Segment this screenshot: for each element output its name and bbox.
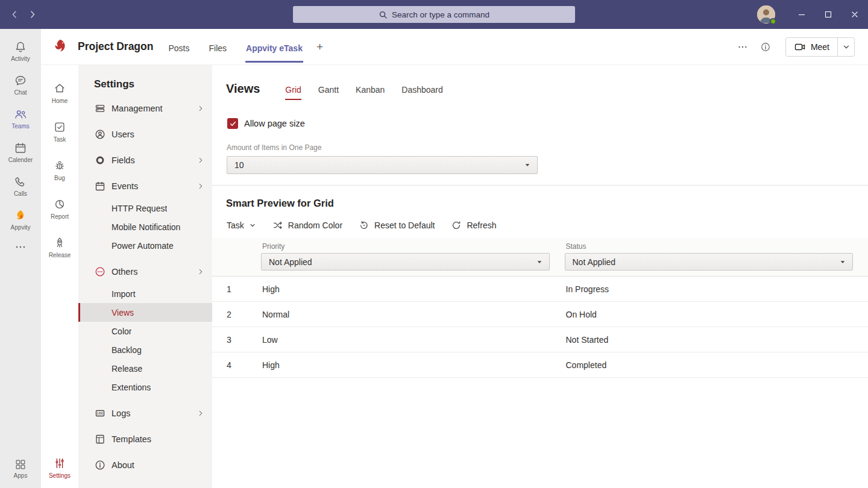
chevron-right-icon	[197, 267, 205, 276]
module-label: Settings	[49, 472, 71, 479]
info-icon[interactable]	[760, 42, 771, 52]
rail-item-more[interactable]	[0, 236, 41, 258]
table-row[interactable]: 2 Normal On Hold	[212, 302, 868, 327]
rail-item-chat[interactable]: Chat	[0, 67, 41, 101]
phone-icon	[13, 175, 28, 189]
nav-label: Events	[112, 181, 138, 191]
settings-nav-extentions[interactable]: Extentions	[78, 378, 212, 396]
status-filter-dropdown[interactable]: Not Applied	[565, 253, 854, 271]
page-size-dropdown[interactable]: 10	[227, 156, 538, 174]
random-color-button[interactable]: Random Color	[272, 220, 342, 231]
priority-column: Priority Not Applied	[261, 241, 550, 271]
reset-to-default-button[interactable]: Reset to Default	[359, 220, 435, 231]
home-icon	[53, 82, 66, 95]
tab-appvity-etask[interactable]: Appvity eTask	[245, 31, 303, 63]
teams-icon	[13, 107, 28, 122]
rail-item-calendar[interactable]: Calender	[0, 135, 41, 169]
settings-nav-release[interactable]: Release	[78, 359, 212, 378]
forward-button[interactable]	[27, 8, 39, 20]
module-item-home[interactable]: Home	[41, 74, 78, 112]
settings-nav-fields[interactable]: Fields	[78, 147, 212, 173]
module-item-release[interactable]: Release	[41, 228, 78, 266]
row-status: Completed	[565, 360, 854, 370]
bug-icon	[53, 159, 66, 172]
settings-nav-logs[interactable]: LOG Logs	[78, 400, 212, 426]
team-header: Project Dragon Posts Files Appvity eTask…	[41, 29, 868, 65]
meet-button[interactable]: Meet	[786, 38, 837, 56]
priority-filter-dropdown[interactable]: Not Applied	[261, 253, 550, 271]
refresh-button[interactable]: Refresh	[451, 220, 496, 231]
chevron-right-icon	[197, 409, 205, 418]
nav-label: Color	[112, 327, 131, 336]
rail-item-appvity[interactable]: Appvity	[0, 202, 41, 236]
settings-nav-others[interactable]: Others	[78, 258, 212, 284]
settings-nav-color[interactable]: Color	[78, 322, 212, 340]
settings-nav-templates[interactable]: Templates	[78, 426, 212, 452]
rail-label: Calender	[8, 157, 33, 163]
more-options-icon[interactable]	[737, 42, 748, 52]
settings-sliders-icon	[53, 457, 66, 470]
search-input[interactable]: Search or type a command	[293, 6, 575, 23]
row-number: 2	[212, 310, 246, 319]
settings-nav-import[interactable]: Import	[78, 284, 212, 303]
settings-nav-management[interactable]: Management	[78, 95, 212, 121]
tab-posts[interactable]: Posts	[168, 31, 190, 63]
meet-dropdown-button[interactable]	[837, 38, 854, 56]
table-filter-band: Priority Not Applied Status No	[212, 238, 868, 277]
nav-label: Backlog	[112, 345, 142, 355]
app-rail: Activity Chat Teams Calender Calls	[0, 29, 41, 488]
settings-title: Settings	[78, 65, 212, 95]
rail-item-activity[interactable]: Activity	[0, 34, 41, 67]
allow-page-size-option[interactable]: Allow page size	[227, 118, 868, 129]
settings-nav-events[interactable]: Events	[78, 173, 212, 199]
table-row[interactable]: 4 High Completed	[212, 352, 868, 378]
settings-nav-power-automate[interactable]: Power Automate	[78, 236, 212, 255]
rail-item-calls[interactable]: Calls	[0, 169, 41, 202]
view-tab-kanban[interactable]: Kanban	[356, 85, 385, 100]
reset-to-default-label: Reset to Default	[374, 221, 435, 230]
settings-sidebar: Settings Management Users	[78, 65, 212, 488]
nav-label: Others	[112, 267, 138, 277]
maximize-button[interactable]	[815, 0, 841, 29]
module-label: Bug	[54, 175, 65, 181]
close-button[interactable]	[841, 0, 868, 29]
module-rail: Home Task Bug	[41, 65, 78, 488]
back-button[interactable]	[8, 8, 20, 20]
settings-nav-mobile-notification[interactable]: Mobile Notification	[78, 217, 212, 236]
view-tab-gantt[interactable]: Gantt	[318, 85, 339, 100]
rail-item-apps[interactable]: Apps	[0, 452, 41, 484]
module-item-task[interactable]: Task	[41, 112, 78, 151]
avatar[interactable]	[757, 5, 775, 23]
settings-nav-about[interactable]: About	[78, 452, 212, 478]
view-tab-grid[interactable]: Grid	[285, 85, 301, 100]
rail-spacer	[0, 258, 41, 452]
module-item-settings[interactable]: Settings	[41, 451, 78, 484]
settings-nav-backlog[interactable]: Backlog	[78, 340, 212, 359]
module-item-bug[interactable]: Bug	[41, 151, 78, 189]
chevron-down-icon	[249, 222, 256, 229]
about-icon	[94, 459, 106, 471]
nav-label: Release	[112, 364, 142, 374]
checkbox-checked-icon[interactable]	[227, 118, 238, 129]
refresh-icon	[451, 220, 462, 231]
search-icon	[379, 10, 388, 19]
module-item-report[interactable]: Report	[41, 189, 78, 228]
entity-selector[interactable]: Task	[227, 221, 256, 230]
appvity-logo-icon	[13, 208, 28, 223]
table-row[interactable]: 3 Low Not Started	[212, 327, 868, 352]
table-row[interactable]: 1 High In Progress	[212, 277, 868, 302]
settings-nav-users[interactable]: Users	[78, 121, 212, 147]
nav-label: Logs	[112, 408, 130, 418]
history-nav	[8, 8, 39, 20]
rail-label: Appvity	[11, 225, 31, 231]
minimize-button[interactable]	[788, 0, 815, 29]
settings-nav-http-request[interactable]: HTTP Request	[78, 199, 212, 217]
status-column-label: Status	[566, 242, 854, 251]
rail-item-teams[interactable]: Teams	[0, 101, 41, 135]
fields-icon	[94, 154, 106, 166]
tab-files[interactable]: Files	[208, 31, 227, 63]
view-tab-dashboard[interactable]: Dashboard	[401, 85, 443, 100]
settings-nav-views[interactable]: Views	[78, 303, 212, 322]
add-tab-button[interactable]: +	[316, 40, 323, 54]
preview-table: Priority Not Applied Status No	[212, 238, 868, 378]
